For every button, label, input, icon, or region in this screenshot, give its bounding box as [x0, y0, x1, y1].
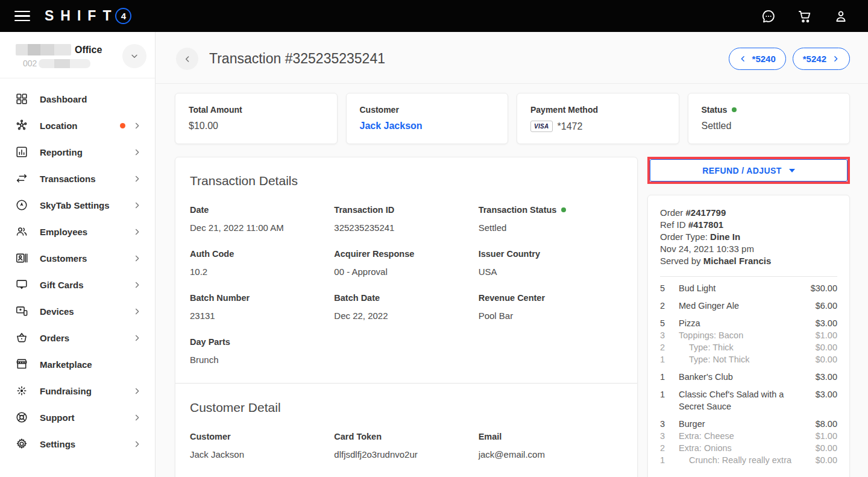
field-transaction-status: Transaction Status Settled	[479, 205, 623, 233]
field-batch-date: Batch Date Dec 22, 2022	[334, 293, 478, 321]
refund-adjust-button[interactable]: REFUND / ADJUST	[650, 159, 848, 182]
sidebar-item-marketplace[interactable]: Marketplace	[0, 351, 155, 377]
customer-detail-title: Customer Detail	[190, 400, 623, 415]
employees-icon	[15, 225, 28, 238]
sidebar-item-employees[interactable]: Employees	[0, 218, 155, 245]
sidebar-item-dashboard[interactable]: Dashboard	[0, 86, 155, 112]
field-email: Email jack@email.com	[479, 432, 623, 460]
page-title: Transaction #325235235241	[209, 51, 385, 67]
chat-icon[interactable]	[761, 8, 776, 24]
order-item: 1Banker's Club$3.00	[660, 371, 837, 383]
sidebar-item-label: Settings	[40, 439, 75, 449]
redacted-office-name	[16, 44, 71, 55]
location-alert-dot	[120, 123, 125, 128]
visa-badge: VISA	[530, 121, 553, 132]
status-card: Status Settled	[688, 93, 851, 144]
chevron-right-icon	[133, 333, 142, 343]
chevron-right-icon	[133, 254, 142, 263]
field-batch-number: Batch Number 23131	[190, 293, 334, 321]
order-item: 5Pizza$3.00	[660, 317, 837, 329]
next-transaction-button[interactable]: *5242	[793, 48, 850, 70]
customer-link[interactable]: Jack Jackson	[360, 121, 423, 131]
chevron-left-icon	[739, 55, 747, 63]
sidebar-item-label: Transactions	[40, 174, 96, 184]
sidebar-item-transactions[interactable]: Transactions	[0, 165, 155, 192]
order-item: 5Bud Light$30.00	[660, 282, 837, 294]
sidebar-item-location[interactable]: Location	[0, 112, 155, 139]
field-card-token: Card Token dlfjsdlfj2o3rudnvo2ur	[334, 432, 478, 460]
order-item-modifier: 2Type: Thick$0.00	[660, 341, 837, 353]
order-item-modifier: 2Extra: Onions$0.00	[660, 442, 837, 454]
order-item: 3Burger$8.00	[660, 418, 837, 430]
customers-icon	[15, 251, 28, 265]
sidebar-item-devices[interactable]: Devices	[0, 298, 155, 324]
chevron-right-icon	[133, 413, 142, 422]
cart-icon[interactable]	[797, 8, 813, 24]
total-amount-value: $10.00	[189, 121, 324, 131]
refund-adjust-label: REFUND / ADJUST	[702, 166, 782, 175]
sidebar-item-label: Dashboard	[40, 94, 87, 104]
chevron-right-icon	[133, 227, 142, 236]
field-date: Date Dec 21, 2022 11:00 AM	[190, 205, 334, 233]
chevron-right-icon	[133, 201, 142, 210]
served-by-line: Served by Michael Francis	[660, 255, 837, 267]
sidebar-item-label: Gift Cards	[40, 280, 84, 290]
marketplace-store-icon	[15, 358, 28, 371]
field-revenue-center: Revenue Center Pool Bar	[479, 293, 623, 321]
sidebar-item-skytab-settings[interactable]: SkyTab Settings	[0, 192, 155, 218]
transactions-icon	[15, 172, 28, 185]
office-switcher-button[interactable]	[122, 44, 146, 68]
order-type-line: Order Type: Dine In	[660, 231, 837, 243]
caret-down-icon	[789, 169, 795, 172]
top-app-bar: SHIFT 4	[0, 0, 868, 32]
prev-transaction-button[interactable]: *5240	[729, 48, 786, 70]
prev-card-label: *5240	[752, 54, 776, 64]
shift4-logo: SHIFT 4	[45, 8, 131, 24]
sidebar-item-label: SkyTab Settings	[40, 200, 110, 210]
chevron-right-icon	[133, 280, 142, 289]
devices-icon	[15, 305, 28, 318]
payment-method-card: Payment Method VISA *1472	[517, 93, 679, 144]
sidebar: Office 002 Dashboard	[0, 32, 156, 477]
chevron-right-icon	[133, 387, 142, 396]
account-icon[interactable]	[833, 8, 849, 24]
page-header: Transaction #325235235241 *5240 *5242	[156, 32, 868, 83]
order-item: 1Classic Chef's Salad with a Secret Sauc…	[660, 388, 837, 412]
office-account-prefix: 002	[23, 58, 37, 68]
section-divider	[175, 383, 637, 384]
support-lifebuoy-icon	[15, 411, 28, 424]
field-issuer-country: Issuer Country USA	[479, 249, 623, 277]
brand-text: SHIFT	[45, 8, 118, 24]
chevron-right-icon	[133, 148, 142, 157]
order-item-modifier: 1Crunch: Really really extra$0.00	[660, 454, 837, 466]
sidebar-item-label: Fundraising	[40, 386, 92, 396]
sidebar-item-fundraising[interactable]: Fundraising	[0, 377, 155, 404]
transaction-details-title: Transaction Details	[190, 174, 623, 188]
orders-basket-icon	[15, 331, 28, 344]
total-amount-label: Total Amount	[189, 105, 324, 115]
hamburger-menu-icon[interactable]	[14, 11, 30, 22]
chevron-right-icon	[133, 121, 142, 130]
sidebar-item-label: Reporting	[40, 147, 83, 157]
sidebar-item-label: Employees	[40, 227, 87, 237]
dashboard-icon	[15, 92, 28, 106]
field-transaction-id: Transaction ID 325235235241	[334, 205, 478, 233]
sidebar-item-gift-cards[interactable]: Gift Cards	[0, 271, 155, 298]
sidebar-item-orders[interactable]: Orders	[0, 324, 155, 351]
sidebar-item-support[interactable]: Support	[0, 404, 155, 431]
next-card-label: *5242	[803, 54, 826, 64]
field-auth-code: Auth Code 10.2	[190, 249, 334, 277]
annotation-highlight-box: REFUND / ADJUST	[647, 157, 850, 184]
back-button[interactable]	[176, 48, 198, 70]
brand-badge-4: 4	[115, 8, 131, 24]
sidebar-item-reporting[interactable]: Reporting	[0, 139, 155, 165]
chevron-right-icon	[832, 55, 840, 63]
order-item-modifier: 3Toppings: Bacon$1.00	[660, 329, 837, 341]
card-last4: *1472	[558, 121, 583, 132]
sidebar-item-settings[interactable]: Settings	[0, 431, 155, 457]
office-name: Office	[75, 45, 102, 55]
status-label: Status	[702, 105, 728, 115]
sidebar-item-customers[interactable]: Customers	[0, 245, 155, 271]
chevron-right-icon	[133, 307, 142, 316]
order-item-modifier: 3Extra: Cheese$1.00	[660, 430, 837, 442]
